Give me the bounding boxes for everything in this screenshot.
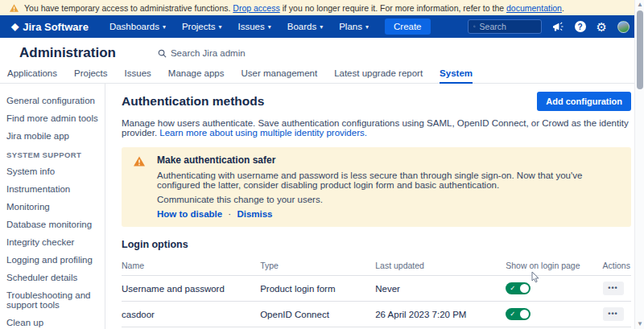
global-search[interactable] bbox=[468, 19, 542, 34]
sidebar-item-find-more-admin-tools[interactable]: Find more admin tools bbox=[6, 112, 98, 125]
make-authentication-safer-card: Make authentication safer Authenticating… bbox=[122, 147, 631, 227]
jira-diamond-icon: ◆ bbox=[11, 22, 19, 31]
authentication-description: Manage how users authenticate. Save auth… bbox=[122, 118, 631, 138]
cell-type: Product login form bbox=[260, 276, 375, 302]
cell-name: Username and password bbox=[122, 276, 260, 302]
nav-item-projects[interactable]: Projects ▾ bbox=[182, 22, 222, 31]
sidebar-item-scheduler-details[interactable]: Scheduler details bbox=[6, 271, 98, 284]
warning-icon bbox=[134, 156, 145, 167]
column-header-actions: Actions bbox=[603, 257, 631, 276]
learn-more-link[interactable]: Learn more about using multiple identity… bbox=[159, 128, 367, 138]
sidebar-item-jira-mobile-app[interactable]: Jira mobile app bbox=[6, 130, 98, 142]
admin-search[interactable]: Search Jira admin bbox=[158, 48, 246, 58]
sidebar-item-monitoring[interactable]: Monitoring bbox=[6, 200, 98, 213]
add-configuration-button[interactable]: Add configuration bbox=[537, 92, 631, 111]
column-header-show-on-login-page: Show on login page bbox=[506, 257, 602, 276]
show-on-login-toggle[interactable]: ✓ bbox=[506, 282, 530, 294]
check-icon: ✓ bbox=[510, 310, 515, 318]
banner-text-end: . bbox=[562, 3, 564, 13]
announcements-icon[interactable] bbox=[552, 22, 564, 32]
nav-item-boards[interactable]: Boards ▾ bbox=[287, 22, 323, 31]
toggle-knob bbox=[520, 310, 529, 319]
navbar-right: ? ⚙ bbox=[468, 19, 644, 34]
temporary-access-banner: You have temporary access to administrat… bbox=[0, 0, 644, 15]
sidebar-item-clean-up[interactable]: Clean up bbox=[6, 316, 98, 329]
sidebar-item-general-configuration[interactable]: General configuration bbox=[6, 94, 98, 107]
app-navbar: ◆ Jira Software Dashboards ▾ Projects ▾ … bbox=[0, 15, 644, 38]
chevron-down-icon: ▾ bbox=[218, 23, 221, 31]
global-search-input[interactable] bbox=[480, 22, 536, 31]
tab-user-management[interactable]: User management bbox=[242, 65, 318, 83]
sidebar-item-troubleshooting[interactable]: Troubleshooting and support tools bbox=[6, 289, 98, 311]
nav-item-plans[interactable]: Plans ▾ bbox=[339, 22, 369, 31]
scrollbar-thumb[interactable] bbox=[637, 10, 643, 89]
sidebar-group-system-support: SYSTEM SUPPORT bbox=[6, 150, 98, 159]
warning-icon bbox=[10, 4, 19, 12]
user-avatar[interactable] bbox=[617, 21, 630, 33]
nav-item-label: Plans bbox=[339, 22, 362, 31]
nav-item-label: Projects bbox=[182, 22, 216, 31]
nav-item-label: Boards bbox=[287, 22, 316, 31]
jira-logo-label: Jira Software bbox=[23, 21, 89, 33]
tab-projects[interactable]: Projects bbox=[74, 65, 108, 83]
nav-item-dashboards[interactable]: Dashboards ▾ bbox=[109, 22, 166, 31]
table-header-row: Name Type Last updated Show on login pag… bbox=[122, 257, 631, 276]
warning-line-2: Communicate this change to your users. bbox=[157, 195, 618, 204]
banner-text-before: You have temporary access to administrat… bbox=[24, 3, 230, 13]
sidebar-item-instrumentation[interactable]: Instrumentation bbox=[6, 183, 98, 195]
dismiss-link[interactable]: Dismiss bbox=[237, 209, 272, 219]
banner-text: You have temporary access to administrat… bbox=[24, 3, 564, 13]
documentation-link[interactable]: documentation bbox=[506, 3, 562, 13]
navbar-menu: Dashboards ▾ Projects ▾ Issues ▾ Boards … bbox=[109, 22, 369, 31]
help-icon[interactable]: ? bbox=[575, 21, 586, 32]
tab-issues[interactable]: Issues bbox=[125, 65, 151, 83]
content: General configuration Find more admin to… bbox=[0, 84, 644, 329]
warning-links: How to disable · Dismiss bbox=[157, 209, 618, 219]
tab-applications[interactable]: Applications bbox=[7, 65, 57, 83]
nav-item-label: Issues bbox=[237, 22, 264, 31]
cell-type: OpenID Connect bbox=[260, 302, 375, 327]
check-icon: ✓ bbox=[510, 284, 515, 292]
sidebar-item-integrity-checker[interactable]: Integrity checker bbox=[6, 236, 98, 249]
banner-text-middle: if you no longer require it. For more in… bbox=[283, 3, 504, 13]
admin-search-label: Search Jira admin bbox=[171, 48, 246, 58]
scroll-down-arrow-icon[interactable]: ▼ bbox=[635, 319, 644, 329]
tab-manage-apps[interactable]: Manage apps bbox=[168, 65, 225, 83]
cell-name: casdoor bbox=[122, 302, 260, 327]
page-title: Administration bbox=[19, 45, 116, 61]
search-icon bbox=[158, 49, 167, 58]
toggle-knob bbox=[520, 284, 529, 293]
vertical-scrollbar[interactable]: ▲ ▼ bbox=[634, 0, 644, 329]
gear-icon[interactable]: ⚙ bbox=[597, 21, 607, 33]
chevron-down-icon: ▾ bbox=[163, 23, 166, 31]
nav-item-label: Dashboards bbox=[109, 22, 159, 31]
section-title-authentication-methods: Authentication methods bbox=[122, 94, 264, 109]
column-header-name: Name bbox=[122, 257, 260, 276]
row-actions-button[interactable]: ••• bbox=[603, 282, 624, 295]
warning-line-1: Authenticating with username and passwor… bbox=[157, 171, 618, 190]
nav-item-issues[interactable]: Issues ▾ bbox=[237, 22, 270, 31]
table-row: casdoor OpenID Connect 26 April 2023 7:2… bbox=[122, 302, 631, 327]
login-options-table: Name Type Last updated Show on login pag… bbox=[122, 257, 631, 327]
chevron-down-icon: ▾ bbox=[365, 23, 369, 31]
main-header: Authentication methods Add configuration bbox=[122, 92, 631, 111]
scroll-up-arrow-icon[interactable]: ▲ bbox=[635, 0, 644, 10]
tab-system[interactable]: System bbox=[440, 65, 473, 84]
jira-logo[interactable]: ◆ Jira Software bbox=[11, 21, 89, 33]
main-panel: Authentication methods Add configuration… bbox=[105, 84, 644, 329]
drop-access-link[interactable]: Drop access bbox=[233, 3, 279, 13]
show-on-login-toggle[interactable]: ✓ bbox=[506, 308, 530, 320]
warning-title: Make authentication safer bbox=[157, 154, 618, 166]
admin-header: Administration Search Jira admin bbox=[0, 38, 644, 65]
column-header-last-updated: Last updated bbox=[375, 257, 506, 276]
sidebar-item-system-info[interactable]: System info bbox=[6, 165, 98, 178]
search-icon bbox=[473, 23, 476, 31]
create-button[interactable]: Create bbox=[385, 19, 431, 35]
tab-latest-upgrade-report[interactable]: Latest upgrade report bbox=[334, 65, 423, 83]
row-actions-button[interactable]: ••• bbox=[603, 307, 624, 321]
sidebar-item-logging-and-profiling[interactable]: Logging and profiling bbox=[6, 253, 98, 266]
cell-last-updated: Never bbox=[375, 276, 506, 302]
column-header-type: Type bbox=[260, 257, 375, 276]
sidebar-item-database-monitoring[interactable]: Database monitoring bbox=[6, 218, 98, 231]
how-to-disable-link[interactable]: How to disable bbox=[157, 209, 222, 219]
